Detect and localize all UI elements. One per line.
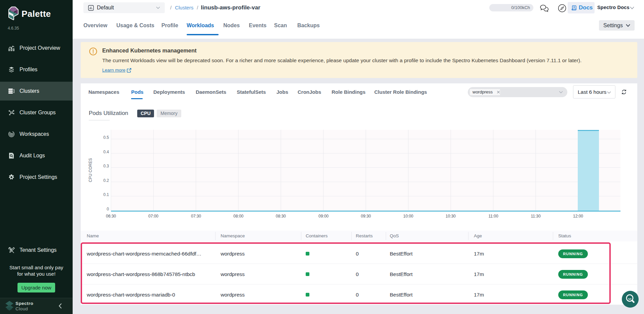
svg-text:10:30: 10:30	[446, 214, 456, 219]
svg-text:0.1: 0.1	[103, 192, 109, 197]
svg-text:11:30: 11:30	[531, 214, 540, 219]
svg-text:CPU CORES: CPU CORES	[88, 158, 93, 182]
svg-text:08:00: 08:00	[233, 214, 243, 219]
svg-text:0.3: 0.3	[103, 164, 109, 168]
svg-text:07:30: 07:30	[191, 214, 201, 219]
svg-text:06:30: 06:30	[106, 214, 116, 219]
svg-text:07:00: 07:00	[148, 214, 158, 219]
svg-text:12:00: 12:00	[573, 214, 583, 219]
svg-text:0.4: 0.4	[103, 150, 109, 154]
svg-text:10:00: 10:00	[403, 214, 413, 219]
svg-text:11:00: 11:00	[488, 214, 498, 219]
svg-text:0.5: 0.5	[103, 135, 109, 140]
svg-text:09:00: 09:00	[318, 214, 329, 219]
svg-text:0: 0	[107, 207, 109, 211]
svg-text:08:30: 08:30	[276, 214, 286, 219]
svg-text:09:30: 09:30	[361, 214, 371, 219]
svg-text:0.2: 0.2	[103, 178, 109, 183]
